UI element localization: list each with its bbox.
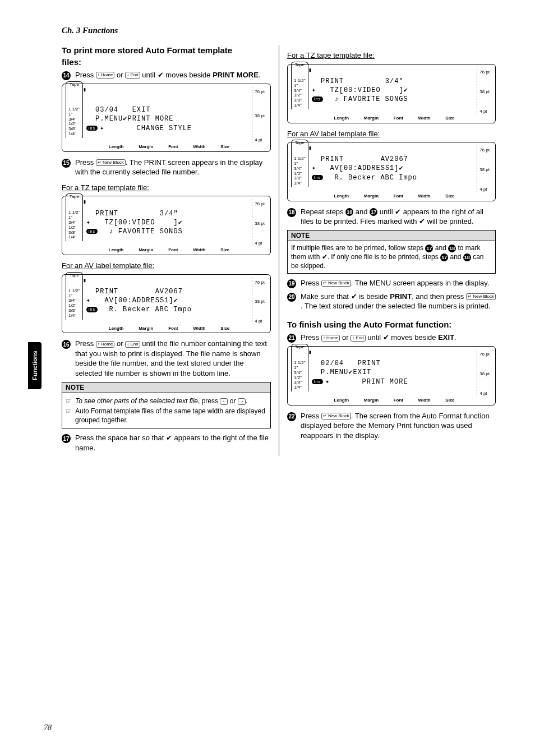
lcd-screen-tz: Tape1 1/2"1"3/4"1/2"3/8"1/4" ▮ PRINT 3/4…: [62, 196, 271, 255]
lcd-screen-print-more: Tape 1 1/2"1"3/4" 1/2"3/8"1/4" ▮ 03/04 E…: [62, 84, 271, 152]
step-19-text: Press ↵ New Block. The MENU screen appea…: [301, 278, 490, 288]
step-19-num: 19: [287, 279, 296, 288]
note-body: ☞ To see other parts of the selected tex…: [62, 393, 271, 429]
step-16-num: 16: [62, 340, 71, 349]
home-key-icon: ↑ Home: [321, 335, 340, 342]
return-key-icon: ↵ New Block: [321, 280, 351, 287]
step-15-text: Press ↵ New Block. The PRINT screen appe…: [75, 158, 271, 177]
note-header-right: NOTE: [287, 230, 496, 241]
step-20-text: Make sure that ✔ is beside PRINT, and th…: [301, 292, 496, 311]
pointer-icon: ☞: [66, 407, 72, 425]
page-number: 78: [44, 723, 52, 734]
lcd-screen-av: Tape1 1/2"1"3/4"1/2"3/8"1/4" ▮ PRINT AV2…: [62, 274, 271, 334]
section-title-finish: To finish using the Auto Format function…: [287, 319, 496, 330]
lcd-screen-tz-right: Tape1 1/2"1"3/4"1/2"3/8"1/4" ▮ PRINT 3/4…: [287, 64, 496, 123]
subhead-tz-right: For a TZ tape template file:: [287, 50, 496, 61]
end-key-icon: ↓ End: [350, 335, 365, 342]
chapter-header: Ch. 3 Functions: [62, 25, 496, 36]
left-key-icon: ←: [220, 398, 228, 405]
step-22-text: Press ↵ New Block. The screen from the A…: [301, 411, 496, 441]
note-header: NOTE: [62, 382, 271, 393]
subhead-av-right: For an AV label template file:: [287, 129, 496, 139]
side-tab: Functions: [28, 342, 41, 389]
lcd-screen-exit: Tape1 1/2"1"3/4"1/2"3/8"1/4" ▮ 02/04 PRI…: [287, 346, 496, 405]
return-key-icon: ↵ New Block: [321, 413, 351, 420]
step-17-text: Press the space bar so that ✔ appears to…: [75, 433, 271, 453]
end-key-icon: ↓ End: [125, 341, 140, 348]
step-20-num: 20: [287, 293, 296, 302]
lcd-screen-av-right: Tape1 1/2"1"3/4"1/2"3/8"1/4" ▮ PRINT AV2…: [287, 142, 496, 201]
step-21-text: Press ↑ Home or ↓ End until ✔ moves besi…: [301, 333, 456, 343]
step-22-num: 22: [287, 412, 296, 421]
step-18-num: 18: [287, 208, 296, 217]
right-key-icon: →: [238, 398, 246, 405]
step-14-text: Press ↑ Home or ↓ End until ✔ moves besi…: [75, 70, 260, 80]
subhead-av: For an AV label template file:: [62, 261, 271, 271]
section-title-print-more: To print more stored Auto Format templat…: [62, 45, 271, 68]
subhead-tz: For a TZ tape template file:: [62, 183, 271, 193]
return-key-icon: ↵ New Block: [466, 293, 496, 300]
end-key-icon: ↓ End: [125, 72, 140, 79]
pointer-icon: ☞: [66, 397, 72, 405]
step-15-num: 15: [62, 159, 71, 168]
note-body-right: If multiple files are to be printed, fol…: [287, 241, 496, 274]
step-18-text: Repeat steps 16 and 17 until ✔ appears t…: [301, 207, 496, 227]
ins-badge: Ins: [86, 126, 98, 131]
home-key-icon: ↑ Home: [96, 72, 115, 79]
return-key-icon: ↵ New Block: [96, 159, 126, 166]
step-14-num: 14: [62, 71, 71, 80]
step-17-num: 17: [62, 434, 71, 443]
home-key-icon: ↑ Home: [96, 341, 115, 348]
step-21-num: 21: [287, 334, 296, 343]
step-16-text: Press ↑ Home or ↓ End until the file num…: [75, 339, 271, 378]
